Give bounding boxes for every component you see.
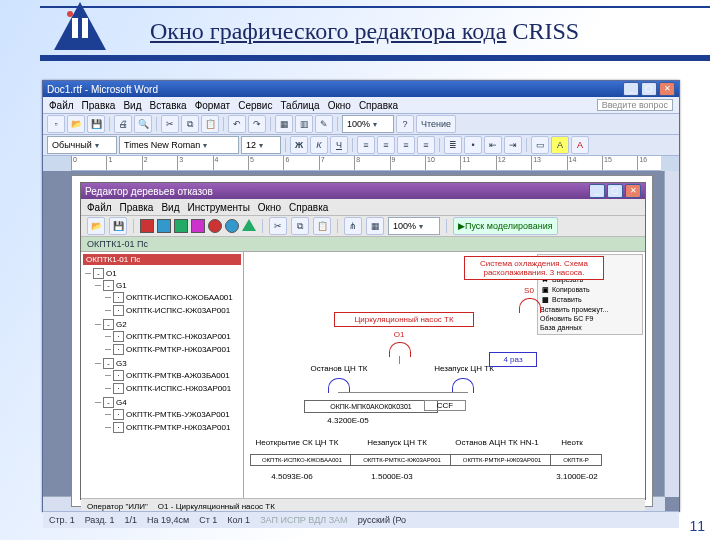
preview-icon[interactable]: 🔍 <box>134 115 152 133</box>
criss-save-icon[interactable]: 💾 <box>109 217 127 235</box>
criss-titlebar[interactable]: Редактор деревьев отказов _ ▢ ✕ <box>81 183 645 199</box>
tree-node[interactable]: -G4 ·ОКПТК-РМТКБ-УЖ03АР001 ·ОКПТК-РМТКР-… <box>103 396 241 435</box>
criss-open-icon[interactable]: 📂 <box>87 217 105 235</box>
tree-leaf[interactable]: ·ОКПТК-ИСПКО-КЖОБАА001 <box>113 291 241 304</box>
maximize-button[interactable]: ▢ <box>641 82 657 96</box>
menu-table[interactable]: Таблица <box>280 100 319 111</box>
tree-leaf[interactable]: ·ОКПТК-РМТКР-НЖ03АР001 <box>113 343 241 356</box>
tree-leaf[interactable]: ·ОКПТК-РМТКБ-УЖ03АР001 <box>113 408 241 421</box>
criss-zoom-combo[interactable]: 100% <box>388 217 440 235</box>
criss-file-tab[interactable]: ОКПТК1-01 Пс <box>81 237 645 252</box>
shape-triangle[interactable] <box>242 219 256 231</box>
copy-icon[interactable]: ⧉ <box>181 115 199 133</box>
new-doc-icon[interactable]: ▫ <box>47 115 65 133</box>
align-left-icon[interactable]: ≡ <box>357 136 375 154</box>
shape-blue[interactable] <box>157 219 171 233</box>
criss-run-button[interactable]: ▶ Пуск моделирования <box>453 217 558 235</box>
word-ruler[interactable]: 012 345 678 91011 121314 1516 <box>71 156 661 171</box>
bold-icon[interactable]: Ж <box>290 136 308 154</box>
criss-close-button[interactable]: ✕ <box>625 184 641 198</box>
numbering-icon[interactable]: ≣ <box>444 136 462 154</box>
mid-event-box[interactable]: Циркуляционный насос ТК <box>334 312 474 327</box>
shape-circle-red[interactable] <box>208 219 222 233</box>
tree-leaf[interactable]: ·ОКПТК-ИСПКС-НЖ03АР001 <box>113 382 241 395</box>
menu-tools[interactable]: Сервис <box>238 100 272 111</box>
print-icon[interactable]: 🖨 <box>114 115 132 133</box>
criss-grid-icon[interactable]: ▦ <box>366 217 384 235</box>
drawing-icon[interactable]: ✎ <box>315 115 333 133</box>
ccf-box[interactable]: ОКПК-МПК0АКОК0К0301 <box>304 400 438 413</box>
highlight-icon[interactable]: A <box>551 136 569 154</box>
criss-tree-icon[interactable]: ⋔ <box>344 217 362 235</box>
underline-icon[interactable]: Ч <box>330 136 348 154</box>
shape-magenta[interactable] <box>191 219 205 233</box>
tree-leaf[interactable]: ·ОКПТК-ИСПКС-КЖ03АР001 <box>113 304 241 317</box>
minimize-button[interactable]: _ <box>623 82 639 96</box>
menu-window[interactable]: Окно <box>328 100 351 111</box>
table-icon[interactable]: ▦ <box>275 115 293 133</box>
ask-a-question[interactable]: Введите вопрос <box>597 99 673 111</box>
help-icon[interactable]: ? <box>396 115 414 133</box>
tree-root[interactable]: ОКПТК1-01 Пс <box>83 254 241 265</box>
menu-format[interactable]: Формат <box>195 100 231 111</box>
font-color-icon[interactable]: A <box>571 136 589 154</box>
menu-file[interactable]: Файл <box>49 100 74 111</box>
tree-node[interactable]: -О1 -G1 ·ОКПТК-ИСПКО-КЖОБАА001 ·ОКПТК-ИС… <box>93 267 241 436</box>
menu-edit[interactable]: Правка <box>82 100 116 111</box>
outdent-icon[interactable]: ⇤ <box>484 136 502 154</box>
paste-icon[interactable]: 📋 <box>201 115 219 133</box>
tree-leaf[interactable]: ·ОКПТК-РМТКР-НЖ03АР001 <box>113 421 241 434</box>
criss-cut-icon[interactable]: ✂ <box>269 217 287 235</box>
menu-view[interactable]: Вид <box>123 100 141 111</box>
font-combo[interactable]: Times New Roman <box>119 136 239 154</box>
undo-icon[interactable]: ↶ <box>228 115 246 133</box>
criss-menu-view[interactable]: Вид <box>161 202 179 213</box>
criss-minimize-button[interactable]: _ <box>589 184 605 198</box>
bullets-icon[interactable]: • <box>464 136 482 154</box>
tree-node[interactable]: -G1 ·ОКПТК-ИСПКО-КЖОБАА001 ·ОКПТК-ИСПКС-… <box>103 279 241 318</box>
align-right-icon[interactable]: ≡ <box>397 136 415 154</box>
fault-tree-pane[interactable]: ОКПТК1-01 Пс -О1 -G1 ·ОКПТК-ИСПКО-КЖОБАА… <box>81 252 244 498</box>
shape-circle-blue[interactable] <box>225 219 239 233</box>
word-titlebar[interactable]: Doc1.rtf - Microsoft Word _ ▢ ✕ <box>43 81 679 97</box>
shape-green[interactable] <box>174 219 188 233</box>
shape-red[interactable] <box>140 219 154 233</box>
cut-icon[interactable]: ✂ <box>161 115 179 133</box>
criss-menu-window[interactable]: Окно <box>258 202 281 213</box>
fault-tree-diagram[interactable]: ИДобавить нас... ПУдалить ✖Вырезать ▣Коп… <box>244 252 645 498</box>
redo-icon[interactable]: ↷ <box>248 115 266 133</box>
ev-box-2[interactable]: ОКПТК-РМТКР-НЖ03АР001 <box>450 454 554 466</box>
top-event-box[interactable]: Система охлаждения. Схема расхолаживания… <box>464 256 604 280</box>
criss-copy-icon[interactable]: ⧉ <box>291 217 309 235</box>
align-center-icon[interactable]: ≡ <box>377 136 395 154</box>
reading-layout-button[interactable]: Чтение <box>416 115 456 133</box>
tree-node[interactable]: -G3 ·ОКПТК-РМТКВ-АЖ03БА001 ·ОКПТК-ИСПКС-… <box>103 357 241 396</box>
tree-node[interactable]: -G2 ·ОКПТК-РМТКС-НЖ03АР001 ·ОКПТК-РМТКР-… <box>103 318 241 357</box>
criss-paste-icon[interactable]: 📋 <box>313 217 331 235</box>
repeat-box[interactable]: 4 раз <box>489 352 537 367</box>
columns-icon[interactable]: ▥ <box>295 115 313 133</box>
criss-maximize-button[interactable]: ▢ <box>607 184 623 198</box>
vertical-scrollbar[interactable] <box>664 171 679 497</box>
close-button[interactable]: ✕ <box>659 82 675 96</box>
criss-menu-edit[interactable]: Правка <box>120 202 154 213</box>
ev-box-0[interactable]: ОКПТК-ИСПКО-КЖОБАА001 <box>250 454 354 466</box>
border-icon[interactable]: ▭ <box>531 136 549 154</box>
align-justify-icon[interactable]: ≡ <box>417 136 435 154</box>
open-icon[interactable]: 📂 <box>67 115 85 133</box>
tree-leaf[interactable]: ·ОКПТК-РМТКВ-АЖ03БА001 <box>113 369 241 382</box>
zoom-combo[interactable]: 100% <box>342 115 394 133</box>
criss-menu-tools[interactable]: Инструменты <box>187 202 249 213</box>
indent-icon[interactable]: ⇥ <box>504 136 522 154</box>
save-icon[interactable]: 💾 <box>87 115 105 133</box>
menu-insert[interactable]: Вставка <box>149 100 186 111</box>
style-combo[interactable]: Обычный <box>47 136 117 154</box>
tree-leaf[interactable]: ·ОКПТК-РМТКС-НЖ03АР001 <box>113 330 241 343</box>
menu-help[interactable]: Справка <box>359 100 398 111</box>
italic-icon[interactable]: К <box>310 136 328 154</box>
font-size-combo[interactable]: 12 <box>241 136 281 154</box>
criss-menu-file[interactable]: Файл <box>87 202 112 213</box>
ev-box-1[interactable]: ОКПТК-РМТКС-КЖ03АР001 <box>350 454 454 466</box>
criss-menu-help[interactable]: Справка <box>289 202 328 213</box>
ev-box-3[interactable]: ОКПТК-Р <box>550 454 602 466</box>
